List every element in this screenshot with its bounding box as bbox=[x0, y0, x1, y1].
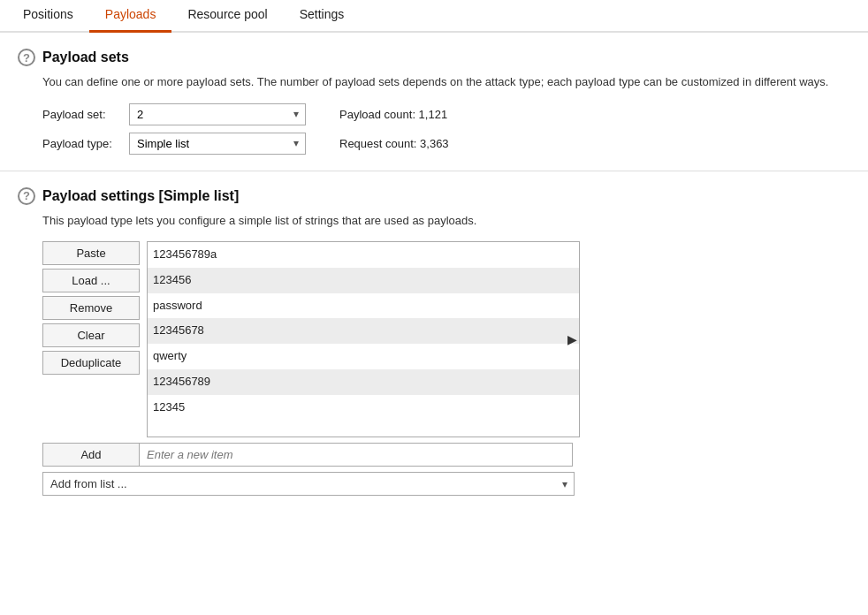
add-item-input[interactable] bbox=[140, 443, 573, 467]
payload-settings-header: ? Payload settings [Simple list] bbox=[18, 187, 850, 205]
remove-button[interactable]: Remove bbox=[42, 296, 140, 320]
payload-set-label: Payload set: bbox=[42, 108, 122, 121]
list-item[interactable]: 123456 bbox=[148, 268, 579, 293]
payload-list-area: Paste Load ... Remove Clear Deduplicate … bbox=[42, 241, 850, 437]
payload-settings-section: ? Payload settings [Simple list] This pa… bbox=[0, 171, 868, 509]
payload-set-row: Payload set: 1 2 3 Payload count: 1,121 bbox=[42, 103, 850, 125]
tab-payloads[interactable]: Payloads bbox=[89, 0, 172, 33]
payload-settings-description: This payload type lets you configure a s… bbox=[42, 212, 850, 230]
list-item[interactable]: 12345678 bbox=[148, 318, 579, 344]
add-item-row: Add bbox=[42, 443, 850, 467]
list-item[interactable]: 123456789 bbox=[148, 369, 579, 395]
tab-resource-pool[interactable]: Resource pool bbox=[171, 0, 283, 33]
payload-set-select[interactable]: 1 2 3 bbox=[129, 103, 306, 125]
list-item[interactable]: 123456789a bbox=[148, 242, 579, 268]
payload-set-select-wrapper: 1 2 3 bbox=[129, 103, 306, 125]
add-from-list-row: Add from list ... Passwords Usernames Cu… bbox=[42, 472, 850, 496]
add-from-list-select[interactable]: Add from list ... Passwords Usernames Cu… bbox=[42, 472, 575, 496]
payload-settings-help-icon[interactable]: ? bbox=[18, 187, 35, 205]
tab-settings[interactable]: Settings bbox=[284, 0, 361, 33]
list-item[interactable]: password bbox=[148, 293, 579, 319]
payload-sets-help-icon[interactable]: ? bbox=[18, 49, 35, 66]
list-item[interactable]: 12345 bbox=[148, 395, 579, 421]
payload-type-label: Payload type: bbox=[42, 137, 122, 150]
payload-sets-description: You can define one or more payload sets.… bbox=[42, 73, 850, 91]
request-count-label: Request count: 3,363 bbox=[339, 137, 449, 150]
payload-sets-section: ? Payload sets You can define one or mor… bbox=[0, 33, 868, 171]
payload-list-container: 123456789a123456password12345678qwerty12… bbox=[147, 241, 580, 437]
clear-button[interactable]: Clear bbox=[42, 323, 140, 347]
list-action-buttons: Paste Load ... Remove Clear Deduplicate bbox=[42, 241, 140, 437]
tab-positions[interactable]: Positions bbox=[7, 0, 89, 33]
add-from-list-select-wrapper: Add from list ... Passwords Usernames Cu… bbox=[42, 472, 575, 496]
payload-type-select[interactable]: Simple list Runtime file Custom iterator… bbox=[129, 133, 306, 155]
payload-type-select-wrapper: Simple list Runtime file Custom iterator… bbox=[129, 133, 306, 155]
payload-list: 123456789a123456password12345678qwerty12… bbox=[148, 242, 579, 437]
load-button[interactable]: Load ... bbox=[42, 269, 140, 292]
paste-button[interactable]: Paste bbox=[42, 241, 140, 265]
tab-bar: Positions Payloads Resource pool Setting… bbox=[0, 0, 868, 33]
payload-type-row: Payload type: Simple list Runtime file C… bbox=[42, 133, 850, 155]
payload-count-label: Payload count: 1,121 bbox=[339, 108, 447, 121]
list-item[interactable]: qwerty bbox=[148, 344, 579, 369]
payload-sets-header: ? Payload sets bbox=[18, 49, 850, 66]
payload-sets-title: Payload sets bbox=[42, 49, 129, 65]
add-button[interactable]: Add bbox=[42, 443, 140, 467]
payload-settings-title: Payload settings [Simple list] bbox=[42, 188, 239, 204]
deduplicate-button[interactable]: Deduplicate bbox=[42, 351, 140, 375]
